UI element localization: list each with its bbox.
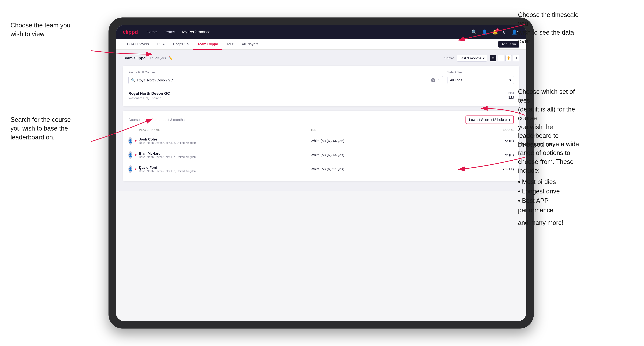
leaderboard-table: PLAYER NAME TEE SCORE 👤 ♥ 1 Josh Coles xyxy=(128,127,514,176)
grid-view-button[interactable]: ⊞ xyxy=(490,55,496,61)
options-list: Most birdies Longest drive Best APP perf… xyxy=(518,177,584,215)
player-club-3: Royal North Devon Golf Club, United King… xyxy=(139,170,310,173)
table-row: 👤 ♥ 3 David Ford Royal North Devon Golf … xyxy=(128,162,514,176)
col-header-score: SCORE xyxy=(482,128,514,132)
main-content: Team Clippd | 14 Players ✏️ Show: Last 3… xyxy=(116,50,526,191)
player-heart-2[interactable]: ♥ xyxy=(135,153,137,157)
col-header-tee: TEE xyxy=(310,128,482,132)
leaderboard-header: Course Leaderboard, Last 3 months Lowest… xyxy=(128,116,514,124)
search-magnifier-icon: 🔍 xyxy=(131,78,136,82)
annotation-top-right: Choose the timescale you wish to see the… xyxy=(518,10,584,46)
sub-nav-hcaps[interactable]: Hcaps 1-5 xyxy=(169,39,193,50)
show-dropdown[interactable]: Last 3 months ▾ xyxy=(457,55,487,61)
sub-nav-pgat[interactable]: PGAT Players xyxy=(123,39,153,50)
player-score-3: 73 (+1) xyxy=(482,167,514,171)
view-icons: ⊞ ☰ 🏆 ⬇ xyxy=(490,55,520,61)
and-more-text: and many more! xyxy=(518,218,584,227)
tee-select-dropdown[interactable]: All Tees ▾ xyxy=(447,76,514,84)
sub-nav-all-players[interactable]: All Players xyxy=(238,39,262,50)
tee-select-label: Select Tee xyxy=(447,71,514,74)
tablet-screen: clippd Home Teams My Performance 🔍 👤 🔔1 … xyxy=(116,25,526,321)
add-team-button[interactable]: Add Team xyxy=(498,41,520,47)
search-icon[interactable]: 🔍 xyxy=(471,29,477,35)
search-section: Find a Golf Course 🔍 Royal North Devon G… xyxy=(128,71,514,84)
player-avatar-1: 👤 xyxy=(128,137,132,145)
course-name: Royal North Devon GC xyxy=(128,91,170,96)
team-title-group: Team Clippd | 14 Players ✏️ xyxy=(123,56,173,60)
team-name: Team Clippd xyxy=(123,56,146,60)
trophy-view-button[interactable]: 🏆 xyxy=(506,55,512,61)
course-search-text: Royal North Devon GC xyxy=(137,78,429,82)
col-header-blank xyxy=(128,128,139,132)
player-name-2: Blair McHarg xyxy=(139,152,310,156)
search-clear-button[interactable]: ✕ xyxy=(431,78,435,82)
profile-icon[interactable]: 👤 xyxy=(482,29,487,35)
table-row: 👤 ♥ 1 Josh Coles Royal North Devon Golf … xyxy=(128,134,514,148)
col-header-player: PLAYER NAME xyxy=(139,128,310,132)
player-club-1: Royal North Devon Golf Club, United King… xyxy=(139,141,310,145)
team-header: Team Clippd | 14 Players ✏️ Show: Last 3… xyxy=(123,55,520,61)
holes-label: Holes xyxy=(506,91,514,95)
leaderboard-title: Course Leaderboard, Last 3 months xyxy=(128,117,184,122)
nav-icons: 🔍 👤 🔔1 ⊙ 👤▾ xyxy=(471,29,520,35)
annotation-bot-right: Here you have a wide range of options to… xyxy=(518,140,584,227)
sub-nav-tour[interactable]: Tour xyxy=(222,39,238,50)
course-result: Royal North Devon GC Westward Hol, Engla… xyxy=(128,87,514,102)
player-rank-2: 👤 ♥ 1 xyxy=(128,151,139,159)
logo: clippd xyxy=(123,29,138,35)
player-name-col-2: Blair McHarg Royal North Devon Golf Club… xyxy=(139,152,310,159)
player-name-col-3: David Ford Royal North Devon Golf Club, … xyxy=(139,166,310,173)
tablet-frame: clippd Home Teams My Performance 🔍 👤 🔔1 … xyxy=(108,17,534,329)
player-avatar-2: 👤 xyxy=(128,151,132,159)
nav-home[interactable]: Home xyxy=(146,30,157,34)
player-avatar-3: 👤 xyxy=(128,165,132,173)
tee-select-col: Select Tee All Tees ▾ xyxy=(447,71,514,84)
search-star-icon[interactable]: ☆ xyxy=(437,78,440,82)
player-score-1: 72 (E) xyxy=(482,139,514,143)
leaderboard-card: Course Leaderboard, Last 3 months Lowest… xyxy=(123,111,520,181)
nav-my-performance[interactable]: My Performance xyxy=(182,30,210,34)
sub-nav: PGAT Players PGA Hcaps 1-5 Team Clippd T… xyxy=(116,39,526,50)
list-view-button[interactable]: ☰ xyxy=(498,55,504,61)
player-tee-1: White (M) (6,744 yds) xyxy=(310,139,482,143)
show-label: Show: xyxy=(444,56,454,60)
player-club-2: Royal North Devon Golf Club, United King… xyxy=(139,156,310,159)
team-controls: Show: Last 3 months ▾ ⊞ ☰ 🏆 ⬇ xyxy=(444,55,520,61)
sub-nav-team-clippd[interactable]: Team Clippd xyxy=(193,39,222,50)
nav-teams[interactable]: Teams xyxy=(164,30,175,34)
player-tee-3: White (M) (6,744 yds) xyxy=(310,167,482,171)
player-heart-1[interactable]: ♥ xyxy=(135,139,137,143)
course-info: Royal North Devon GC Westward Hol, Engla… xyxy=(128,91,170,100)
course-search-card: Find a Golf Course 🔍 Royal North Devon G… xyxy=(123,66,520,106)
player-name-col-1: Josh Coles Royal North Devon Golf Club, … xyxy=(139,137,310,145)
player-rank-3: 👤 ♥ 3 xyxy=(128,165,139,173)
holes-count: 18 xyxy=(506,95,514,100)
holes-badge: Holes 18 xyxy=(506,91,514,100)
edit-icon[interactable]: ✏️ xyxy=(168,56,173,60)
annotation-mid-left: Search for the course you wish to base t… xyxy=(10,115,71,142)
score-filter-dropdown[interactable]: Lowest Score (18 holes) ▾ xyxy=(466,116,514,124)
find-course-col: Find a Golf Course 🔍 Royal North Devon G… xyxy=(128,71,443,84)
player-heart-3[interactable]: ♥ xyxy=(135,168,137,171)
player-tee-2: White (M) (6,744 yds) xyxy=(310,153,482,157)
option-birdies: Most birdies xyxy=(518,177,584,187)
bell-icon[interactable]: 🔔1 xyxy=(492,29,498,35)
download-button[interactable]: ⬇ xyxy=(513,55,520,61)
sub-nav-pga[interactable]: PGA xyxy=(153,39,169,50)
annotation-top-left: Choose the team you wish to view. xyxy=(10,21,70,39)
player-name-3: David Ford xyxy=(139,166,310,170)
player-rank-1: 👤 ♥ 1 xyxy=(128,137,139,145)
player-score-2: 72 (E) xyxy=(482,153,514,157)
team-count: | 14 Players xyxy=(148,56,166,60)
option-drive: Longest drive xyxy=(518,187,584,196)
settings-icon[interactable]: ⊙ xyxy=(503,29,506,35)
table-header: PLAYER NAME TEE SCORE xyxy=(128,127,514,134)
course-location: Westward Hol, England xyxy=(128,96,170,100)
table-row: 👤 ♥ 1 Blair McHarg Royal North Devon Gol… xyxy=(128,148,514,162)
nav-bar: clippd Home Teams My Performance 🔍 👤 🔔1 … xyxy=(116,25,526,39)
player-name-1: Josh Coles xyxy=(139,137,310,141)
course-search-input[interactable]: 🔍 Royal North Devon GC ✕ ☆ xyxy=(128,76,443,84)
find-course-label: Find a Golf Course xyxy=(128,71,443,74)
option-app: Best APP performance xyxy=(518,196,584,215)
nav-links: Home Teams My Performance xyxy=(146,30,210,34)
